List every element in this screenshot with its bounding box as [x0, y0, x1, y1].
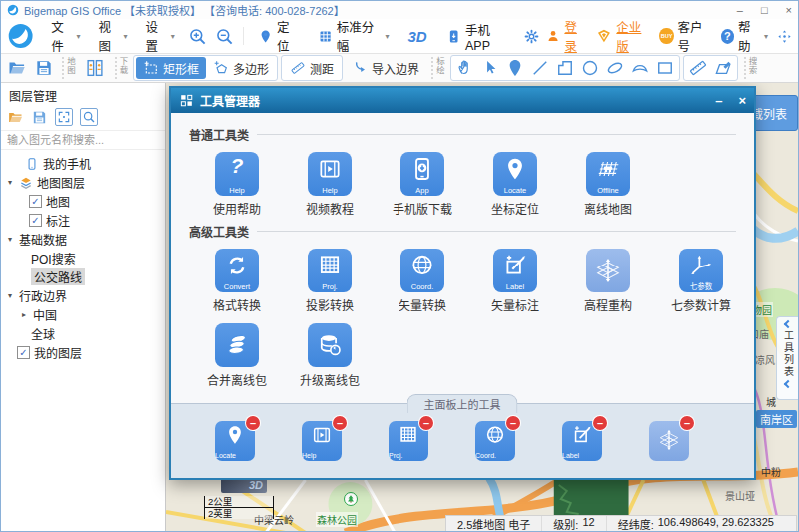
enterprise-link[interactable]: 企业版 — [616, 17, 649, 55]
tree-expanded-icon[interactable]: ▾ — [5, 291, 15, 300]
zoom-out-button[interactable] — [213, 25, 236, 48]
zoom-in-button[interactable] — [186, 25, 209, 48]
panel-tool-projection[interactable]: – Proj. — [389, 421, 428, 461]
save-layers-icon[interactable] — [31, 109, 48, 126]
elevation-mesh-icon — [658, 429, 680, 451]
tool-list-side-tab[interactable]: 工具列表 — [776, 316, 798, 400]
add-folder-icon[interactable] — [7, 109, 24, 126]
tool-seven-params[interactable]: 七参数 七参数计算 — [669, 249, 733, 313]
fit-extent-icon — [57, 110, 71, 124]
dialog-minimize-button[interactable]: – — [715, 94, 722, 107]
checkbox-checked[interactable]: ✓ — [17, 346, 30, 359]
dialog-close-button[interactable]: × — [738, 94, 746, 107]
pan-tool-button[interactable] — [453, 56, 477, 80]
fit-extent-button[interactable] — [55, 108, 73, 126]
tree-item-map-layers[interactable]: ▾ 地图图层 — [1, 173, 165, 192]
tree-item-my-layers[interactable]: ✓ 我的图层 — [1, 343, 165, 362]
panel-tool-video-help[interactable]: – Help — [302, 421, 342, 461]
chevron-down-icon: ▾ — [385, 32, 389, 41]
tree-item-china[interactable]: ▸ 中国 — [1, 305, 165, 324]
tree-item-bus-routes[interactable]: 公交路线 — [1, 267, 165, 286]
tool-offline-map[interactable]: Offline 离线地图 — [576, 152, 640, 217]
remove-tool-button[interactable]: – — [419, 416, 433, 430]
standard-sheet-button[interactable]: 标准分幅▾ — [311, 17, 397, 55]
curve-tool-button[interactable] — [628, 56, 652, 80]
tree-expanded-icon[interactable]: ▾ — [5, 235, 15, 244]
measure-tool-button[interactable] — [686, 56, 710, 80]
measure-button[interactable]: 测距 — [284, 57, 340, 79]
tool-mobile-download[interactable]: App 手机版下载 — [391, 152, 454, 217]
separator — [243, 27, 244, 45]
status-map-type[interactable]: 2.5维地图 电子 — [446, 516, 541, 532]
tool-bar: 地图 下载 矩形框 多边形 测距 导入边界 标绘 搜索 — [1, 53, 798, 83]
tool-video-tutorial[interactable]: Help 视频教程 — [298, 152, 362, 217]
tool-coordinate-locate[interactable]: Locate 坐标定位 — [483, 152, 547, 217]
window-minimize-button[interactable]: – — [737, 5, 743, 16]
remove-tool-button[interactable]: – — [680, 416, 694, 430]
tree-item-base-data[interactable]: ▾ 基础数据 — [1, 230, 165, 249]
tree-collapsed-icon[interactable]: ▸ — [19, 310, 29, 319]
edit-shape-button[interactable] — [711, 56, 735, 80]
menu-settings[interactable]: 设置▾ — [139, 17, 182, 55]
tree-expanded-icon[interactable]: ▾ — [5, 178, 15, 187]
layer-search-input[interactable] — [1, 130, 165, 150]
polyline-tool-button[interactable] — [553, 56, 577, 80]
layer-panel: 图层管理 我的手机 ▾ 地图图层 ✓ — [1, 83, 166, 532]
tool-elevation-rebuild[interactable]: 高程重构 — [576, 249, 640, 313]
polygon-button[interactable]: 多边形 — [207, 57, 275, 79]
select-tool-button[interactable] — [478, 56, 502, 80]
checkbox-checked[interactable]: ✓ — [29, 195, 42, 208]
marker-tool-button[interactable] — [503, 56, 527, 80]
import-boundary-button[interactable]: 导入边界 — [346, 57, 425, 79]
tree-item-my-phone[interactable]: 我的手机 — [1, 154, 165, 173]
help-menu[interactable]: 帮助 — [738, 17, 760, 55]
search-layers-button[interactable] — [80, 108, 98, 126]
circle-tool-button[interactable] — [578, 56, 602, 80]
panel-tool-label[interactable]: – Label — [562, 421, 602, 461]
rect-frame-button[interactable]: 矩形框 — [136, 57, 206, 79]
rectangle-tool-button[interactable] — [653, 56, 677, 80]
map-windows-button[interactable] — [81, 55, 109, 81]
open-project-button[interactable] — [5, 56, 29, 80]
tree-item-admin-boundary[interactable]: ▾ 行政边界 — [1, 286, 165, 305]
tree-item-map[interactable]: ✓ 地图 — [1, 192, 165, 211]
tool-projection-convert[interactable]: Proj. 投影转换 — [298, 249, 362, 313]
settings-gear-button[interactable] — [521, 26, 542, 47]
tool-vector-convert[interactable]: Coord. 矢量转换 — [391, 249, 454, 313]
mobile-app-button[interactable]: 手机APP — [439, 20, 518, 53]
search-icon — [82, 110, 96, 124]
remove-tool-button[interactable]: – — [333, 416, 347, 430]
tool-upgrade-offline-pack[interactable]: 升级离线包 — [298, 323, 362, 388]
tool-format-convert[interactable]: Convert 格式转换 — [205, 249, 269, 313]
import-arrow-icon — [352, 60, 368, 76]
tree-item-poi-search[interactable]: POI搜索 — [1, 249, 165, 267]
dialog-titlebar[interactable]: 工具管理器 – × — [171, 88, 754, 113]
ruler-icon — [688, 58, 708, 78]
tool-merge-offline-pack[interactable]: 合并离线包 — [205, 323, 269, 388]
remove-tool-button[interactable]: – — [506, 416, 520, 430]
remove-tool-button[interactable]: – — [246, 416, 260, 430]
buy-badge-icon: BUY — [659, 28, 673, 44]
pan-crosshair-icon[interactable] — [777, 28, 792, 45]
three-d-button[interactable]: 3D — [400, 28, 434, 45]
locate-button[interactable]: 定位 — [251, 17, 307, 55]
menu-view[interactable]: 视图▾ — [91, 17, 134, 55]
login-link[interactable]: 登录 — [564, 17, 586, 55]
line-tool-button[interactable] — [528, 56, 552, 80]
panel-tool-coordinate[interactable]: – Coord. — [475, 421, 515, 461]
panel-tool-elevation[interactable]: – — [649, 421, 689, 461]
selected-tree-item: 公交路线 — [31, 268, 85, 285]
panel-tool-locate[interactable]: – Locate — [215, 421, 255, 461]
tree-item-annotation[interactable]: ✓ 标注 — [1, 211, 165, 230]
customer-id-button[interactable]: 客户号 — [678, 17, 711, 55]
tool-use-help[interactable]: ?Help 使用帮助 — [205, 152, 269, 217]
remove-tool-button[interactable]: – — [593, 416, 607, 430]
save-project-button[interactable] — [32, 56, 56, 80]
window-close-button[interactable]: × — [786, 5, 792, 16]
menu-file[interactable]: 文件▾ — [44, 17, 87, 55]
window-maximize-button[interactable]: □ — [761, 5, 768, 16]
ellipse-tool-button[interactable] — [603, 56, 627, 80]
tree-item-global[interactable]: 全球 — [1, 324, 165, 343]
checkbox-checked[interactable]: ✓ — [29, 214, 42, 227]
tool-vector-label[interactable]: Label 矢量标注 — [483, 249, 547, 313]
